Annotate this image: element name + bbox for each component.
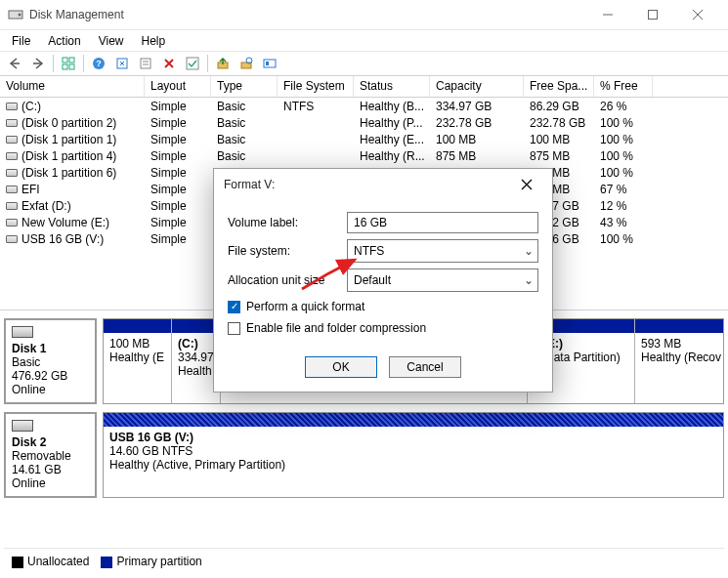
partition[interactable]: 593 MB Healthy (Recov xyxy=(635,319,723,403)
views-icon[interactable] xyxy=(58,53,79,74)
table-row[interactable]: (C:)SimpleBasicNTFSHealthy (B...334.97 G… xyxy=(0,98,728,114)
svg-rect-18 xyxy=(187,58,198,69)
cancel-button[interactable]: Cancel xyxy=(389,356,461,378)
ok-button[interactable]: OK xyxy=(305,356,377,378)
col-layout[interactable]: Layout xyxy=(145,76,211,97)
drive-icon xyxy=(6,152,18,160)
forward-icon[interactable] xyxy=(27,53,49,74)
quick-format-checkbox[interactable] xyxy=(228,301,240,313)
svg-rect-22 xyxy=(264,60,276,67)
properties-icon[interactable] xyxy=(135,53,156,74)
dialog-title: Format V: xyxy=(224,178,511,191)
chevron-down-icon: ⌄ xyxy=(524,244,534,258)
col-volume[interactable]: Volume xyxy=(0,76,145,97)
disk2-capacity: 14.61 GB xyxy=(12,463,89,476)
disk-mgmt-icon xyxy=(8,7,23,22)
file-system-select[interactable]: NTFS ⌄ xyxy=(347,239,538,263)
legend: Unallocated Primary partition xyxy=(4,548,724,574)
attach-vhd-icon[interactable] xyxy=(236,53,257,74)
allocation-select[interactable]: Default ⌄ xyxy=(347,268,538,292)
disk1-status: Online xyxy=(12,383,89,396)
svg-rect-8 xyxy=(63,58,67,62)
table-header: Volume Layout Type File System Status Ca… xyxy=(0,76,728,98)
drive-icon xyxy=(6,219,18,227)
col-type[interactable]: Type xyxy=(211,76,278,97)
partition[interactable]: USB 16 GB (V:) 14.60 GB NTFS Healthy (Ac… xyxy=(104,413,723,497)
menu-action[interactable]: Action xyxy=(40,32,88,50)
disk2-label[interactable]: Disk 2 Removable 14.61 GB Online xyxy=(4,412,97,498)
disk1-type: Basic xyxy=(12,355,89,369)
label-file-system: File system: xyxy=(228,244,337,258)
svg-rect-11 xyxy=(69,64,74,69)
disk-row-2: Disk 2 Removable 14.61 GB Online USB 16 … xyxy=(4,412,724,498)
menu-view[interactable]: View xyxy=(91,32,132,50)
format-dialog: Format V: Volume label: File system: NTF… xyxy=(213,168,553,392)
col-status[interactable]: Status xyxy=(354,76,430,97)
drive-icon xyxy=(6,119,18,127)
file-system-value: NTFS xyxy=(354,244,384,258)
disk1-name: Disk 1 xyxy=(12,342,46,355)
compression-label: Enable file and folder compression xyxy=(246,321,426,335)
disk-icon xyxy=(12,326,33,338)
drive-icon xyxy=(6,202,18,210)
drive-icon xyxy=(6,235,18,243)
create-vhd-icon[interactable] xyxy=(212,53,234,74)
legend-primary: Primary partition xyxy=(101,555,201,568)
menubar: File Action View Help xyxy=(0,29,728,51)
disk2-status: Online xyxy=(12,476,89,490)
table-row[interactable]: (Disk 0 partition 2)SimpleBasicHealthy (… xyxy=(0,114,728,131)
delete-icon[interactable] xyxy=(158,53,180,74)
svg-rect-15 xyxy=(141,59,150,68)
svg-rect-23 xyxy=(266,62,269,65)
drive-icon xyxy=(6,136,18,144)
titlebar: Disk Management xyxy=(0,0,728,29)
table-row[interactable]: (Disk 1 partition 4)SimpleBasicHealthy (… xyxy=(0,147,728,164)
allocation-value: Default xyxy=(354,273,391,287)
svg-rect-10 xyxy=(63,64,67,69)
compression-checkbox[interactable] xyxy=(228,322,240,335)
svg-point-1 xyxy=(19,14,21,17)
legend-unallocated: Unallocated xyxy=(12,555,89,568)
disk1-capacity: 476.92 GB xyxy=(12,369,89,383)
partition[interactable]: 100 MB Healthy (E xyxy=(104,319,172,403)
chevron-down-icon: ⌄ xyxy=(524,273,534,287)
menu-help[interactable]: Help xyxy=(134,32,174,50)
check-icon[interactable] xyxy=(182,53,203,74)
disk2-partitions: USB 16 GB (V:) 14.60 GB NTFS Healthy (Ac… xyxy=(103,412,724,498)
drive-icon xyxy=(6,103,18,110)
svg-text:?: ? xyxy=(96,59,102,68)
svg-rect-9 xyxy=(69,58,74,62)
svg-rect-3 xyxy=(649,11,658,20)
label-allocation: Allocation unit size xyxy=(228,273,337,287)
col-capacity[interactable]: Capacity xyxy=(430,76,524,97)
refresh-icon[interactable] xyxy=(111,53,133,74)
close-button[interactable] xyxy=(675,0,720,29)
menu-file[interactable]: File xyxy=(4,32,38,50)
disk-icon xyxy=(12,420,33,432)
col-filesystem[interactable]: File System xyxy=(278,76,354,97)
drive-icon xyxy=(6,186,18,193)
disk2-type: Removable xyxy=(12,449,89,463)
maximize-button[interactable] xyxy=(630,0,675,29)
dialog-close-button[interactable] xyxy=(511,169,542,200)
disk2-name: Disk 2 xyxy=(12,435,46,449)
col-free[interactable]: Free Spa... xyxy=(524,76,594,97)
disk1-label[interactable]: Disk 1 Basic 476.92 GB Online xyxy=(4,318,97,404)
table-row[interactable]: (Disk 1 partition 1)SimpleBasicHealthy (… xyxy=(0,131,728,147)
settings-icon[interactable] xyxy=(259,53,280,74)
toolbar: ? xyxy=(0,51,728,76)
drive-icon xyxy=(6,169,18,177)
help-icon[interactable]: ? xyxy=(88,53,109,74)
window-title: Disk Management xyxy=(29,8,585,21)
quick-format-label: Perform a quick format xyxy=(246,300,364,313)
volume-label-input[interactable] xyxy=(347,212,538,233)
back-icon[interactable] xyxy=(4,53,25,74)
minimize-button[interactable] xyxy=(585,0,630,29)
label-volume-label: Volume label: xyxy=(228,216,337,229)
col-pctfree[interactable]: % Free xyxy=(594,76,653,97)
